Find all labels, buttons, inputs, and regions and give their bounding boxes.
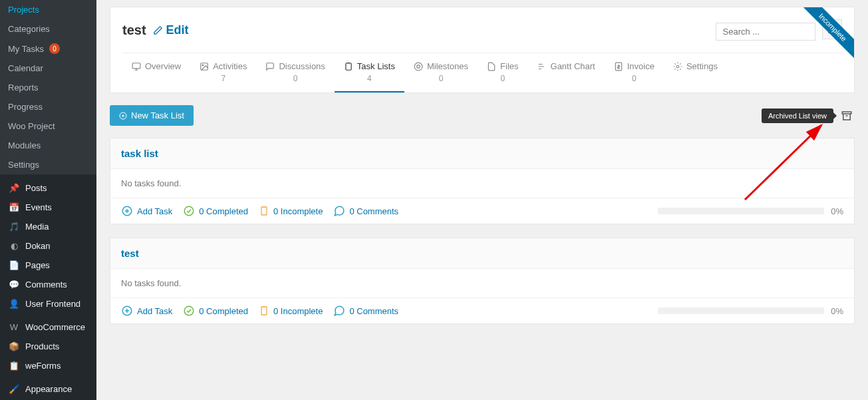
new-tasklist-button[interactable]: New Task List: [110, 105, 194, 126]
tab-label: Activities: [213, 61, 247, 71]
tab-count: 0: [500, 74, 505, 83]
tab-settings[interactable]: Settings: [664, 53, 727, 93]
sidebar-item-projects[interactable]: Projects: [0, 0, 96, 19]
tab-files[interactable]: Files0: [478, 53, 527, 93]
sidebar-item-weforms[interactable]: 📋weForms: [0, 356, 96, 375]
sidebar-item-wooproject[interactable]: Woo Project: [0, 116, 96, 136]
completed-stat[interactable]: 0 Completed: [183, 205, 248, 217]
stat-label: 0 Completed: [199, 206, 248, 216]
tasklist-empty: No tasks found.: [110, 269, 854, 298]
sidebar-item-events[interactable]: 📅Events: [0, 198, 96, 217]
svg-rect-10: [842, 112, 851, 114]
tasklist-footer: Add Task 0 Completed 0 Incomplete 0 Comm…: [110, 298, 854, 323]
monitor-icon: [132, 62, 141, 71]
edit-link[interactable]: Edit: [153, 23, 189, 37]
check-circle-icon: [183, 305, 195, 317]
target-icon: [414, 62, 423, 71]
tab-label: Task Lists: [357, 61, 395, 71]
sidebar-item-dokan[interactable]: ◐Dokan: [0, 236, 96, 256]
edit-label: Edit: [166, 23, 189, 37]
products-icon: 📦: [8, 341, 20, 351]
comments-icon: 💬: [8, 280, 20, 290]
image-icon: [200, 62, 209, 71]
project-title: test: [122, 23, 146, 38]
tab-gantt[interactable]: Gantt Chart: [528, 53, 605, 93]
tab-milestones[interactable]: Milestones0: [404, 53, 478, 93]
comments-stat[interactable]: 0 Comments: [333, 305, 398, 317]
sidebar-item-userfrontend[interactable]: 👤User Frontend: [0, 294, 96, 313]
archive-wrap: Archived List view: [762, 108, 855, 124]
tasklist-title[interactable]: test: [110, 238, 854, 269]
progress-wrap: 0%: [658, 206, 843, 216]
svg-point-5: [414, 63, 422, 71]
sidebar-item-progress[interactable]: Progress: [0, 97, 96, 116]
tab-label: Invoice: [627, 61, 654, 71]
stat-label: 0 Incomplete: [273, 206, 323, 216]
archive-tooltip: Archived List view: [762, 108, 833, 123]
sidebar-item-posts[interactable]: 📌Posts: [0, 178, 96, 198]
completed-stat[interactable]: 0 Completed: [183, 305, 248, 317]
sidebar-item-appearance[interactable]: 🖌️Appearance: [0, 379, 96, 399]
tab-invoice[interactable]: Invoice0: [605, 53, 664, 93]
incomplete-stat[interactable]: 0 Incomplete: [259, 205, 323, 217]
svg-rect-13: [261, 207, 267, 215]
sidebar-item-media[interactable]: 🎵Media: [0, 217, 96, 236]
tab-tasklists[interactable]: Task Lists4: [335, 53, 404, 93]
sidebar-item-woocommerce[interactable]: WWooCommerce: [0, 317, 96, 337]
sidebar-item-pages[interactable]: 📄Pages: [0, 256, 96, 275]
comments-stat[interactable]: 0 Comments: [333, 205, 398, 217]
sidebar-item-products[interactable]: 📦Products: [0, 337, 96, 356]
archive-button[interactable]: [839, 108, 855, 124]
tab-count: 7: [221, 74, 225, 83]
svg-point-3: [202, 65, 204, 66]
clipboard-icon: [259, 205, 269, 217]
check-circle-icon: [183, 205, 195, 217]
svg-rect-1: [132, 63, 140, 68]
admin-sidebar: Projects Categories My Tasks 0 Calendar …: [0, 0, 96, 400]
tab-activities[interactable]: Activities7: [190, 53, 256, 93]
sidebar-item-categories[interactable]: Categories: [0, 19, 96, 39]
tab-label: Milestones: [427, 61, 468, 71]
comment-icon: [333, 305, 345, 317]
tab-label: Overview: [145, 61, 181, 71]
main-content: Incomplete test Edit Overview Activities…: [96, 0, 868, 400]
sidebar-item-label: Pages: [25, 260, 50, 270]
button-label: New Task List: [131, 110, 184, 120]
tab-count: 0: [439, 74, 444, 83]
tab-label: Files: [500, 61, 518, 71]
sidebar-item-comments[interactable]: 💬Comments: [0, 275, 96, 294]
add-task-link[interactable]: Add Task: [121, 205, 172, 217]
stat-label: 0 Incomplete: [273, 306, 323, 316]
progress-bar: [658, 208, 824, 214]
clipboard-icon: [344, 62, 353, 71]
project-header: Incomplete test Edit Overview Activities…: [110, 7, 855, 93]
calendar-icon: 📅: [8, 202, 20, 212]
tab-label: Discussions: [279, 61, 325, 71]
tab-label: Gantt Chart: [551, 61, 595, 71]
stat-label: 0 Comments: [349, 206, 398, 216]
pencil-icon: [153, 25, 163, 35]
tab-overview[interactable]: Overview: [122, 53, 190, 93]
stat-label: Add Task: [137, 206, 172, 216]
svg-rect-4: [346, 63, 351, 70]
svg-rect-16: [261, 307, 267, 315]
incomplete-stat[interactable]: 0 Incomplete: [259, 305, 323, 317]
chat-icon: [265, 62, 275, 71]
sidebar-item-label: My Tasks: [8, 44, 44, 54]
svg-point-8: [676, 65, 679, 68]
progress-wrap: 0%: [658, 306, 843, 316]
user-icon: 👤: [8, 299, 20, 309]
add-task-link[interactable]: Add Task: [121, 305, 172, 317]
sidebar-item-calendar[interactable]: Calendar: [0, 59, 96, 78]
sidebar-item-mytasks[interactable]: My Tasks 0: [0, 39, 96, 59]
tab-discussions[interactable]: Discussions0: [256, 53, 334, 93]
plus-circle-icon: [121, 205, 133, 217]
pin-icon: 📌: [8, 183, 20, 193]
progress-bar: [658, 307, 824, 314]
tasklist-title[interactable]: task list: [110, 138, 854, 169]
tab-count: 4: [367, 74, 372, 83]
clipboard-icon: [259, 305, 269, 317]
sidebar-item-settings[interactable]: Settings: [0, 155, 96, 174]
sidebar-item-modules[interactable]: Modules: [0, 136, 96, 155]
sidebar-item-reports[interactable]: Reports: [0, 78, 96, 97]
